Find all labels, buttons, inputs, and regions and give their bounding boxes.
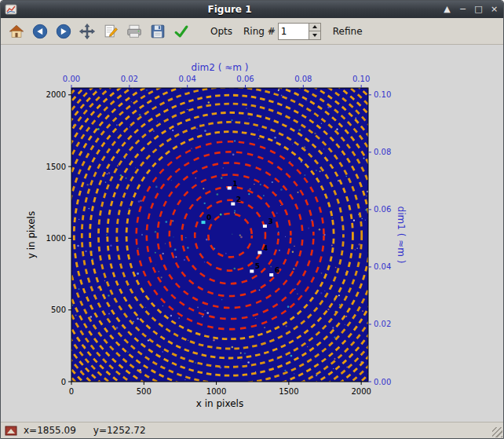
control-point-label: 0 bbox=[206, 214, 211, 221]
y-tick-label: 1500 bbox=[46, 163, 66, 171]
spin-up-button[interactable] bbox=[309, 24, 320, 31]
right-tick-label: 0.04 bbox=[374, 262, 391, 271]
control-point-label: 6 bbox=[275, 266, 279, 274]
home-button[interactable] bbox=[5, 20, 27, 42]
back-button[interactable] bbox=[29, 20, 51, 42]
toolbar: Opts Ring # Refine bbox=[1, 18, 503, 45]
forward-icon bbox=[55, 23, 72, 40]
close-button[interactable]: × bbox=[489, 2, 499, 17]
right-tick-label: 0.08 bbox=[374, 148, 391, 156]
y-tick-label: 500 bbox=[51, 305, 66, 314]
window-title: Figure 1 bbox=[17, 4, 442, 15]
back-icon bbox=[31, 23, 49, 40]
control-point-label: 2 bbox=[236, 196, 241, 203]
ring-number-input[interactable] bbox=[279, 24, 309, 39]
top-tick-label: 0.00 bbox=[63, 75, 80, 83]
statusbar: x=1855.09 y=1252.72 bbox=[1, 422, 503, 438]
top-tick-label: 0.06 bbox=[236, 75, 254, 83]
x-tick-label: 2000 bbox=[351, 387, 371, 396]
top-tick-label: 0.10 bbox=[352, 75, 370, 83]
top-axis-label: dim2 ( ≈m ) bbox=[192, 62, 249, 73]
figure-canvas[interactable]: 0123456050010001500200005001000150020000… bbox=[1, 45, 503, 422]
spin-down-button[interactable] bbox=[309, 31, 320, 39]
control-point-label: 4 bbox=[263, 244, 268, 252]
ring-number-label: Ring # bbox=[243, 26, 276, 37]
plot-area[interactable]: 0123456050010001500200005001000150020000… bbox=[1, 45, 503, 422]
x-axis-label: x in pixels bbox=[71, 398, 368, 409]
control-point-label: 3 bbox=[268, 218, 272, 225]
control-point-marker[interactable] bbox=[228, 187, 232, 190]
top-tick-label: 0.04 bbox=[179, 75, 196, 83]
control-point-marker[interactable] bbox=[257, 251, 261, 254]
right-axis-label: dim1 ( ≈m ) bbox=[396, 207, 407, 264]
x-tick-label: 1000 bbox=[206, 387, 226, 396]
cursor-x-readout: x=1855.09 bbox=[24, 425, 76, 436]
figure-window: Figure 1 ▲ − □ × bbox=[0, 0, 504, 439]
y-axis-label: y in pixels bbox=[26, 211, 37, 258]
check-icon bbox=[173, 23, 190, 40]
home-icon bbox=[8, 23, 25, 40]
opts-button[interactable]: Opts bbox=[208, 24, 235, 38]
spin-buttons bbox=[309, 24, 320, 39]
pan-icon bbox=[79, 23, 96, 40]
right-tick-label: 0.10 bbox=[374, 90, 391, 99]
print-icon bbox=[126, 23, 143, 40]
x-tick-label: 500 bbox=[137, 387, 152, 396]
pan-button[interactable] bbox=[76, 20, 98, 42]
forward-button[interactable] bbox=[53, 20, 75, 42]
minimize-button[interactable]: − bbox=[458, 2, 468, 17]
top-tick-label: 0.08 bbox=[294, 75, 312, 83]
chevron-down-icon bbox=[312, 34, 317, 37]
refine-button[interactable]: Refine bbox=[331, 24, 365, 38]
control-point-marker[interactable] bbox=[202, 221, 206, 224]
right-tick-label: 0.06 bbox=[374, 205, 391, 214]
window-controls: ▲ − □ × bbox=[442, 2, 499, 17]
save-icon bbox=[149, 23, 166, 40]
control-point-marker[interactable] bbox=[269, 273, 273, 276]
save-button[interactable] bbox=[147, 20, 169, 42]
check-button[interactable] bbox=[170, 20, 192, 42]
resize-grip[interactable] bbox=[492, 427, 502, 437]
chevron-up-icon bbox=[312, 25, 317, 28]
control-point-label: 5 bbox=[255, 262, 260, 270]
control-point-marker[interactable] bbox=[231, 203, 235, 206]
shade-button[interactable]: ▲ bbox=[442, 2, 452, 17]
right-tick-label: 0.00 bbox=[374, 378, 391, 386]
y-tick-label: 2000 bbox=[46, 90, 66, 99]
maximize-button[interactable]: □ bbox=[473, 2, 484, 17]
control-point-marker[interactable] bbox=[250, 269, 254, 273]
window-icon bbox=[5, 3, 17, 16]
ring-spinbox bbox=[278, 23, 321, 40]
y-tick-label: 0 bbox=[61, 378, 66, 386]
cursor-y-readout: y=1252.72 bbox=[93, 425, 146, 436]
right-tick-label: 0.02 bbox=[374, 320, 391, 328]
control-point-marker[interactable] bbox=[263, 225, 267, 228]
control-point-label: 1 bbox=[232, 180, 237, 188]
print-button[interactable] bbox=[123, 20, 145, 42]
x-tick-label: 0 bbox=[69, 387, 74, 396]
top-tick-label: 0.02 bbox=[121, 75, 138, 83]
y-tick-label: 1000 bbox=[46, 234, 66, 243]
titlebar[interactable]: Figure 1 ▲ − □ × bbox=[1, 1, 503, 18]
edit-button[interactable] bbox=[100, 20, 122, 42]
edit-icon bbox=[102, 23, 119, 40]
statusbar-icon bbox=[5, 424, 17, 437]
x-tick-label: 1500 bbox=[279, 387, 298, 396]
